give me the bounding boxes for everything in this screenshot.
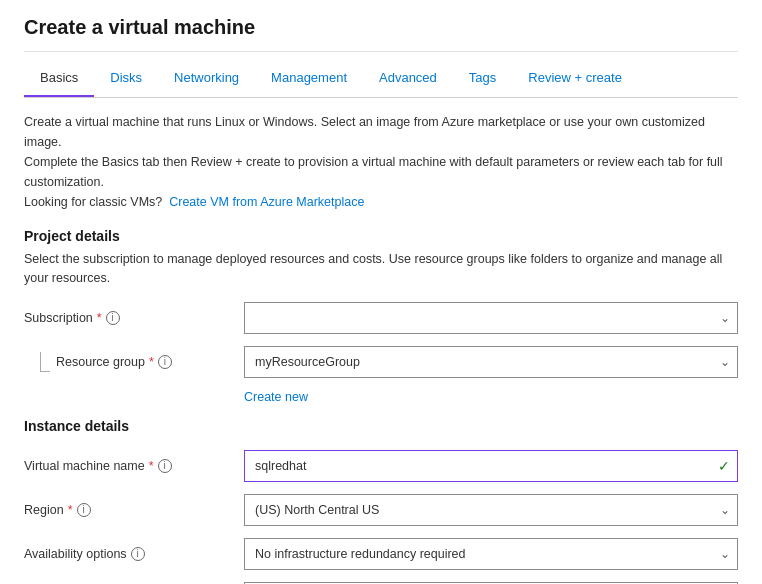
vm-name-info-icon[interactable]: i	[158, 459, 172, 473]
tab-networking[interactable]: Networking	[158, 60, 255, 97]
tab-disks[interactable]: Disks	[94, 60, 158, 97]
resource-group-row: Resource group * i myResourceGroup ⌄	[24, 346, 738, 378]
instance-details-title: Instance details	[24, 418, 738, 434]
vm-name-label: Virtual machine name * i	[24, 459, 244, 473]
availability-select[interactable]: No infrastructure redundancy required	[244, 538, 738, 570]
project-details-title: Project details	[24, 228, 738, 244]
create-vm-marketplace-link[interactable]: Create VM from Azure Marketplace	[169, 195, 364, 209]
tab-tags[interactable]: Tags	[453, 60, 512, 97]
availability-control: No infrastructure redundancy required ⌄	[244, 538, 738, 570]
project-details-description: Select the subscription to manage deploy…	[24, 250, 738, 288]
subscription-select[interactable]	[244, 302, 738, 334]
vm-name-required: *	[149, 459, 154, 473]
vm-name-check-icon: ✓	[718, 458, 730, 474]
subscription-info-icon[interactable]: i	[106, 311, 120, 325]
tab-basics[interactable]: Basics	[24, 60, 94, 97]
region-control: (US) North Central US ⌄	[244, 494, 738, 526]
description-line3-prefix: Looking for classic VMs?	[24, 195, 162, 209]
resource-group-required: *	[149, 355, 154, 369]
description-block: Create a virtual machine that runs Linux…	[24, 112, 738, 212]
region-row: Region * i (US) North Central US ⌄	[24, 494, 738, 526]
page-title: Create a virtual machine	[24, 16, 738, 52]
create-new-resource-group-link[interactable]: Create new	[244, 390, 738, 404]
availability-row: Availability options i No infrastructure…	[24, 538, 738, 570]
subscription-control: ⌄	[244, 302, 738, 334]
resource-group-control: myResourceGroup ⌄	[244, 346, 738, 378]
vm-name-control: ✓	[244, 450, 738, 482]
tab-management[interactable]: Management	[255, 60, 363, 97]
region-required: *	[68, 503, 73, 517]
availability-info-icon[interactable]: i	[131, 547, 145, 561]
description-line1: Create a virtual machine that runs Linux…	[24, 115, 705, 149]
resource-group-select[interactable]: myResourceGroup	[244, 346, 738, 378]
subscription-label: Subscription * i	[24, 311, 244, 325]
tab-advanced[interactable]: Advanced	[363, 60, 453, 97]
resource-group-info-icon[interactable]: i	[158, 355, 172, 369]
availability-label: Availability options i	[24, 547, 244, 561]
description-line2: Complete the Basics tab then Review + cr…	[24, 155, 723, 189]
subscription-row: Subscription * i ⌄	[24, 302, 738, 334]
tabs-bar: Basics Disks Networking Management Advan…	[24, 60, 738, 98]
vm-name-input[interactable]	[244, 450, 738, 482]
subscription-required: *	[97, 311, 102, 325]
tab-review-create[interactable]: Review + create	[512, 60, 638, 97]
resource-group-label: Resource group * i	[56, 355, 172, 369]
region-info-icon[interactable]: i	[77, 503, 91, 517]
region-label: Region * i	[24, 503, 244, 517]
region-select[interactable]: (US) North Central US	[244, 494, 738, 526]
vm-name-row: Virtual machine name * i ✓	[24, 450, 738, 482]
